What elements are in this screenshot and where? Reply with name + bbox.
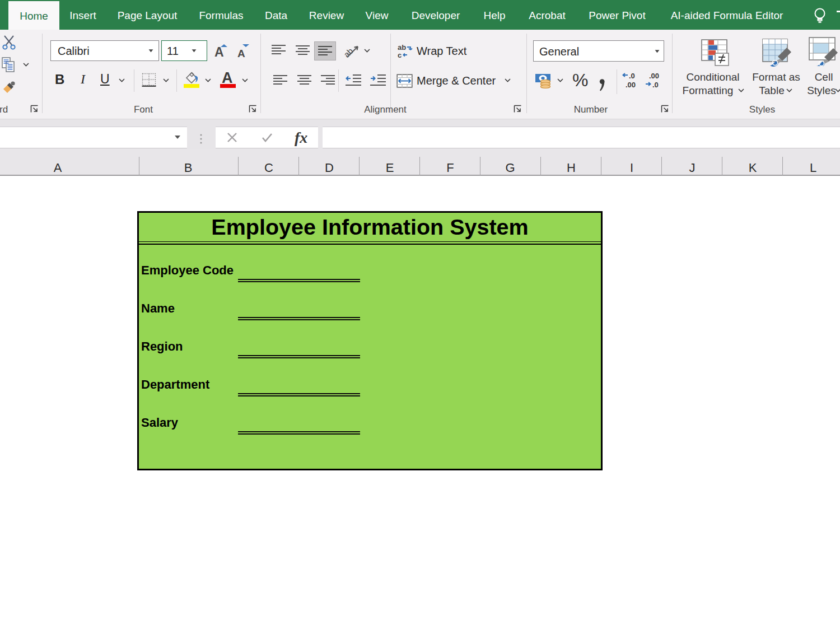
svg-text:ab: ab [398, 44, 406, 52]
svg-text:.00: .00 [649, 72, 659, 80]
svg-text:.0: .0 [629, 72, 635, 80]
svg-text:.0: .0 [652, 81, 659, 89]
svg-text:.00: .00 [626, 81, 636, 89]
svg-text:ab: ab [343, 46, 355, 59]
svg-text:c: c [398, 51, 402, 59]
